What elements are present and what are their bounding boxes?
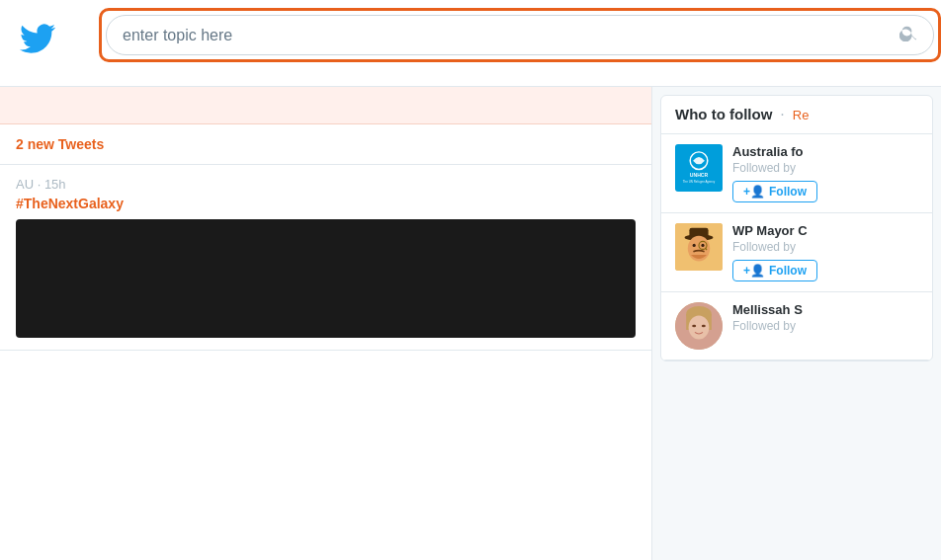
mellissah-avatar — [675, 302, 723, 350]
wpmayor-follow-button[interactable]: +👤 Follow — [732, 260, 817, 281]
follow-add-icon-2: +👤 — [743, 264, 765, 278]
search-button[interactable] — [899, 24, 917, 46]
follow-item-mellissah: Mellissah S Followed by — [661, 292, 932, 360]
top-bar-accent — [0, 87, 651, 124]
svg-text:UNHCR: UNHCR — [690, 172, 709, 178]
header — [0, 0, 941, 87]
unhcr-avatar: UNHCR The UN Refugee Agency — [675, 144, 723, 192]
svg-point-10 — [701, 244, 704, 247]
follow-add-icon: +👤 — [743, 185, 765, 199]
wpmayor-info: WP Mayor C Followed by +👤 Follow — [732, 223, 918, 281]
new-tweets-notification[interactable]: 2 new Tweets — [0, 124, 651, 165]
left-column: 2 new Tweets AU · 15h #TheNextGalaxy — [0, 87, 652, 560]
unhcr-follow-button[interactable]: +👤 Follow — [732, 181, 817, 202]
search-input[interactable] — [123, 27, 892, 44]
header-separator: · — [780, 106, 784, 123]
unhcr-follow-label: Follow — [769, 185, 807, 199]
unhcr-name[interactable]: Australia fo — [732, 144, 918, 159]
who-to-follow-header: Who to follow · Re — [661, 96, 932, 134]
tweet-handle[interactable]: #TheNextGalaxy — [16, 196, 636, 211]
svg-point-16 — [702, 325, 706, 327]
unhcr-followed-by: Followed by — [732, 161, 918, 175]
wpmayor-follow-label: Follow — [769, 264, 807, 278]
mellissah-followed-by: Followed by — [732, 319, 918, 333]
right-column: Who to follow · Re UNHCR The UN Refugee … — [652, 87, 941, 560]
follow-item-unhcr: UNHCR The UN Refugee Agency Australia fo… — [661, 134, 932, 213]
new-tweets-count: 2 new Tweets — [16, 136, 104, 152]
svg-point-9 — [693, 244, 696, 247]
mellissah-name[interactable]: Mellissah S — [732, 302, 918, 317]
follow-item-wpmayor: WP Mayor C Followed by +👤 Follow — [661, 213, 932, 292]
wpmayor-avatar — [675, 223, 723, 271]
wpmayor-name[interactable]: WP Mayor C — [732, 223, 918, 238]
svg-point-14 — [689, 316, 710, 340]
tweet-image — [16, 219, 636, 338]
svg-text:The UN Refugee Agency: The UN Refugee Agency — [683, 180, 716, 184]
mellissah-info: Mellissah S Followed by — [732, 302, 918, 339]
who-to-follow-title: Who to follow — [675, 106, 772, 122]
search-container — [106, 15, 934, 55]
search-highlight-box — [99, 8, 941, 62]
who-to-follow-widget: Who to follow · Re UNHCR The UN Refugee … — [660, 95, 933, 361]
refresh-link[interactable]: Re — [793, 108, 810, 122]
tweet-item: AU · 15h #TheNextGalaxy — [0, 165, 651, 351]
unhcr-info: Australia fo Followed by +👤 Follow — [732, 144, 918, 202]
tweet-meta: AU · 15h — [16, 177, 636, 192]
svg-point-15 — [692, 325, 696, 327]
twitter-logo-icon — [20, 21, 55, 65]
main-content: 2 new Tweets AU · 15h #TheNextGalaxy Who… — [0, 87, 941, 560]
wpmayor-followed-by: Followed by — [732, 240, 918, 254]
